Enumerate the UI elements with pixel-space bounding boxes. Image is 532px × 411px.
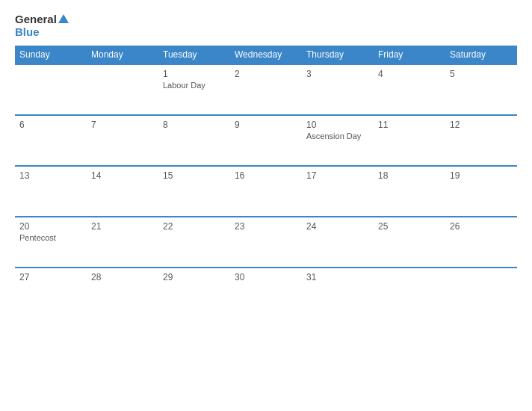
week-row-2: 678910Ascension Day1112 [15,115,517,166]
day-number: 25 [378,221,441,232]
calendar-cell: 22 [158,217,230,268]
holiday-label: Labour Day [163,81,226,90]
calendar-cell: 4 [374,64,445,115]
calendar-cell: 6 [15,115,87,166]
calendar-cell: 2 [230,64,302,115]
calendar-cell [374,268,445,318]
calendar-cell: 13 [15,166,87,217]
calendar-cell: 14 [87,166,158,217]
calendar-cell: 21 [87,217,158,268]
calendar-cell: 11 [374,115,445,166]
day-number: 11 [378,120,441,130]
day-number: 23 [235,221,297,232]
day-number: 16 [235,170,297,181]
day-number: 26 [450,221,513,232]
day-number: 13 [19,170,82,181]
calendar-cell: 16 [230,166,302,217]
logo-general-text: General [15,13,69,26]
calendar-cell: 17 [302,166,374,217]
week-row-1: 1Labour Day2345 [15,64,517,115]
day-number: 17 [306,170,369,181]
calendar-table: SundayMondayTuesdayWednesdayThursdayFrid… [15,46,517,318]
calendar-cell: 15 [158,166,230,217]
day-number: 5 [450,69,513,79]
day-number: 9 [235,120,297,130]
calendar-cell: 7 [87,115,158,166]
day-number: 22 [163,221,226,232]
logo-triangle-icon [58,14,69,23]
day-number: 28 [91,272,154,282]
calendar-body: 1Labour Day2345678910Ascension Day111213… [15,64,517,318]
weekday-header-wednesday: Wednesday [230,46,302,64]
weekday-header-monday: Monday [87,46,158,64]
week-row-3: 13141516171819 [15,166,517,217]
day-number: 15 [163,170,226,181]
calendar-cell: 24 [302,217,374,268]
calendar-cell: 18 [374,166,445,217]
calendar-header: SundayMondayTuesdayWednesdayThursdayFrid… [15,46,517,64]
calendar-cell: 25 [374,217,445,268]
day-number: 18 [378,170,441,181]
day-number: 20 [19,221,82,232]
calendar-cell [15,64,87,115]
day-number: 30 [235,272,297,282]
header: General Blue [15,13,517,38]
calendar-cell: 27 [15,268,87,318]
holiday-label: Pentecost [19,233,82,242]
calendar-cell: 29 [158,268,230,318]
calendar-cell: 9 [230,115,302,166]
weekday-header-sunday: Sunday [15,46,87,64]
calendar-cell [87,64,158,115]
logo-blue-text: Blue [15,26,69,39]
week-row-5: 2728293031 [15,268,517,318]
calendar-cell: 1Labour Day [158,64,230,115]
holiday-label: Ascension Day [306,132,369,140]
calendar-cell: 30 [230,268,302,318]
day-number: 19 [450,170,513,181]
logo: General Blue [15,13,69,38]
calendar-cell [445,268,517,318]
calendar-cell: 8 [158,115,230,166]
day-number: 31 [306,272,369,282]
day-number: 12 [450,120,513,130]
day-number: 3 [306,69,369,79]
calendar-cell: 10Ascension Day [302,115,374,166]
day-number: 27 [19,272,82,282]
day-number: 8 [163,120,226,130]
day-number: 1 [163,69,226,79]
calendar-cell: 5 [445,64,517,115]
day-number: 2 [235,69,297,79]
day-number: 7 [91,120,154,130]
day-number: 24 [306,221,369,232]
calendar-cell: 3 [302,64,374,115]
weekday-row: SundayMondayTuesdayWednesdayThursdayFrid… [15,46,517,64]
weekday-header-thursday: Thursday [302,46,374,64]
calendar-cell: 20Pentecost [15,217,87,268]
weekday-header-friday: Friday [374,46,445,64]
calendar-cell: 31 [302,268,374,318]
day-number: 14 [91,170,154,181]
day-number: 6 [19,120,82,130]
day-number: 10 [306,120,369,130]
day-number: 29 [163,272,226,282]
day-number: 21 [91,221,154,232]
weekday-header-tuesday: Tuesday [158,46,230,64]
week-row-4: 20Pentecost212223242526 [15,217,517,268]
calendar-cell: 23 [230,217,302,268]
calendar-cell: 28 [87,268,158,318]
weekday-header-saturday: Saturday [445,46,517,64]
calendar-cell: 19 [445,166,517,217]
calendar-page: General Blue SundayMondayTuesdayWednesda… [0,0,532,411]
day-number: 4 [378,69,441,79]
calendar-cell: 26 [445,217,517,268]
calendar-cell: 12 [445,115,517,166]
